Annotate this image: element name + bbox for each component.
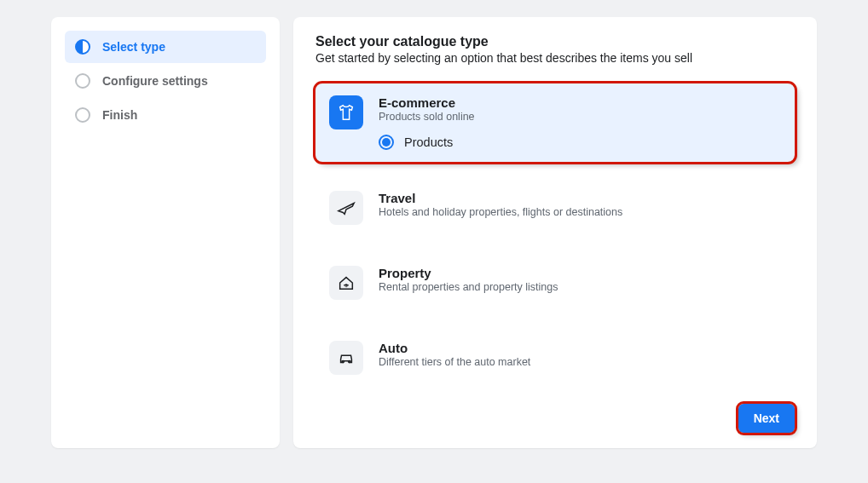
step-configure-settings[interactable]: Configure settings [65,65,266,97]
radio-selected-icon [379,135,394,150]
option-text: E-commerce Products sold online Products [379,95,781,150]
option-desc: Rental properties and property listings [379,281,781,293]
next-button[interactable]: Next [738,404,795,433]
step-finish[interactable]: Finish [65,99,266,131]
step-label: Finish [102,108,137,122]
option-text: Travel Hotels and holiday properties, fl… [379,191,781,218]
svg-point-2 [349,360,350,362]
car-icon [329,341,363,375]
option-travel[interactable]: Travel Hotels and holiday properties, fl… [315,179,795,237]
step-indicator-icon [75,39,90,55]
option-desc: Products sold online [379,111,781,123]
wizard-sidebar: Select type Configure settings Finish [51,17,280,448]
option-property[interactable]: $ Property Rental properties and propert… [315,254,795,312]
house-icon: $ [329,266,363,300]
option-title: Travel [379,191,781,205]
svg-text:$: $ [344,283,347,288]
page-title: Select your catalogue type [315,34,795,49]
option-auto[interactable]: Auto Different tiers of the auto market [315,329,795,387]
step-indicator-icon [75,107,90,123]
step-indicator-icon [75,73,90,89]
catalogue-options: E-commerce Products sold online Products… [315,83,795,387]
tshirt-icon [329,95,363,129]
svg-point-1 [342,360,344,362]
option-title: Property [379,266,781,280]
airplane-icon [329,191,363,225]
sub-option-products[interactable]: Products [379,135,781,150]
step-label: Select type [102,40,165,54]
main-panel: Select your catalogue type Get started b… [293,17,817,448]
step-label: Configure settings [102,74,208,88]
option-ecommerce[interactable]: E-commerce Products sold online Products [315,83,795,162]
option-title: E-commerce [379,95,781,110]
sub-option-label: Products [404,135,453,149]
page-subtitle: Get started by selecting an option that … [315,51,795,65]
option-text: Auto Different tiers of the auto market [379,341,781,368]
option-text: Property Rental properties and property … [379,266,781,293]
step-select-type[interactable]: Select type [65,31,266,63]
option-title: Auto [379,341,781,355]
footer: Next [315,387,795,433]
option-desc: Different tiers of the auto market [379,356,781,368]
option-desc: Hotels and holiday properties, flights o… [379,206,781,218]
